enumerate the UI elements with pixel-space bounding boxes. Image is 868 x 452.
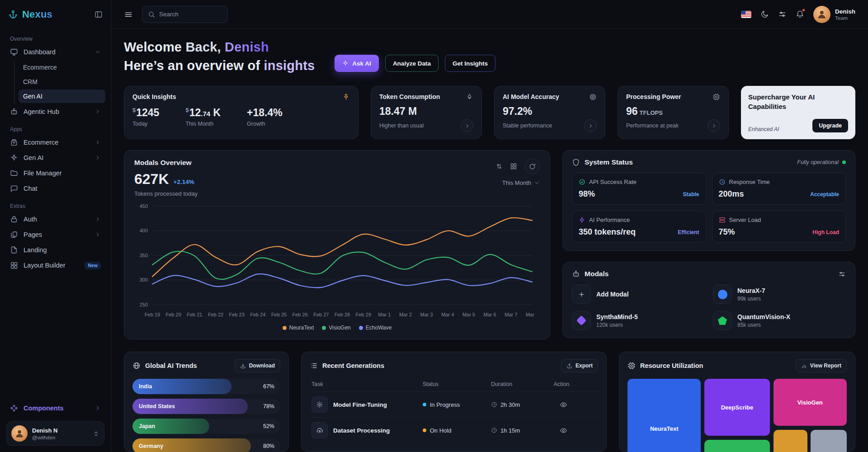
duration-text: 1h 15m	[500, 427, 520, 434]
topbar-user-menu[interactable]: Denish Team	[813, 6, 855, 23]
card-title: Resource Utilization	[640, 362, 703, 369]
user-handle: @withden	[32, 435, 57, 440]
sidebar-item-gen-ai[interactable]: Gen AI	[5, 150, 105, 165]
quick-insights-card: Quick Insights $1245 Today $12.74 K This…	[124, 86, 359, 139]
svg-text:450: 450	[140, 203, 148, 209]
ask-ai-button[interactable]: Ask AI	[335, 55, 379, 72]
power-detail-button[interactable]	[708, 119, 720, 132]
chevron-right-icon	[94, 139, 101, 146]
period-dropdown[interactable]: This Month	[502, 179, 540, 186]
treemap-tile	[774, 430, 807, 452]
notifications-button[interactable]	[796, 10, 804, 19]
sidebar-item-components[interactable]: Components	[5, 400, 105, 417]
sidebar-subitem-crm[interactable]: CRM	[19, 75, 105, 89]
subitem-label: Ecommerce	[23, 64, 57, 71]
sort-icon[interactable]	[495, 163, 503, 170]
svg-text:Mar 7: Mar 7	[505, 312, 517, 317]
add-modal-button[interactable]: Add Modal	[572, 285, 705, 304]
trend-list: India 67% United States 78% Japan 52%	[132, 379, 280, 452]
nexus-logo[interactable]: Nexus	[8, 9, 52, 20]
filter-sliders-icon[interactable]	[838, 270, 846, 278]
upgrade-button[interactable]: Upgrade	[812, 119, 848, 132]
view-eye-icon[interactable]	[560, 401, 567, 409]
language-flag-icon[interactable]	[741, 11, 751, 18]
pin-icon[interactable]	[342, 93, 350, 101]
search-box[interactable]	[142, 6, 228, 23]
search-input[interactable]	[159, 11, 222, 18]
column-action: Action	[553, 381, 596, 387]
refresh-button[interactable]	[524, 159, 540, 174]
chevron-right-icon	[711, 123, 717, 129]
sidebar-item-landing[interactable]: Landing	[5, 242, 105, 258]
legend-dot	[322, 326, 326, 330]
nav-section-extras: Extras	[10, 203, 101, 209]
greeting-name: Denish	[225, 40, 269, 54]
duration-text: 2h 30m	[500, 401, 520, 408]
token-detail-button[interactable]	[461, 119, 473, 132]
status-value: 350 tokens/req	[579, 227, 636, 237]
treemap-tile-visiogen: VisioGen	[774, 379, 847, 425]
sidebar-item-label: Agentic Hub	[24, 108, 59, 115]
chat-icon	[10, 184, 18, 193]
processing-power-card: Processing Power 96TFLOPS Performance at…	[618, 86, 729, 139]
brand-name: Nexus	[22, 9, 52, 20]
sparkle-icon	[10, 154, 18, 162]
sidebar-item-pages[interactable]: Pages	[5, 227, 105, 242]
sidebar-user-card[interactable]: Denish N @withden	[6, 421, 104, 446]
global-ai-trends-card: Global AI Trends Download India 67%	[124, 352, 289, 452]
sidebar-item-layout-builder[interactable]: Layout Builder New	[5, 258, 105, 273]
gear-icon	[311, 396, 328, 413]
grid-view-icon[interactable]	[510, 163, 517, 170]
status-text: In Progress	[430, 401, 460, 408]
sidebar-subitem-ecommerce[interactable]: Ecommerce	[19, 61, 105, 74]
sidebar-item-label: Chat	[24, 185, 38, 192]
analyze-data-button[interactable]: Analyze Data	[385, 55, 439, 72]
get-insights-button[interactable]: Get Insights	[445, 55, 495, 72]
view-report-button[interactable]: View Report	[796, 359, 847, 372]
sidebar-collapse-icon[interactable]	[94, 10, 103, 19]
sidebar-item-auth[interactable]: Auth	[5, 212, 105, 227]
greeting-word: Welcome	[124, 40, 182, 54]
stat-today: $1245 Today	[132, 107, 159, 127]
search-icon	[148, 11, 155, 18]
export-button[interactable]: Export	[561, 359, 598, 372]
svg-text:Mar 2: Mar 2	[399, 312, 412, 317]
status-text: On Hold	[430, 427, 452, 434]
subtitle-highlight: insights	[264, 58, 315, 73]
svg-text:350: 350	[140, 253, 148, 258]
column-duration: Duration	[491, 381, 554, 387]
status-label: Response Time	[729, 179, 770, 185]
sidebar-item-chat[interactable]: Chat	[5, 181, 105, 196]
chevron-right-icon	[94, 155, 101, 161]
sidebar-item-file-manager[interactable]: File Manager	[5, 165, 105, 181]
user-role: Team	[835, 15, 855, 21]
modal-item-quantumvision[interactable]: QuantumVision-X 85k users	[713, 311, 846, 330]
chevron-down-icon	[94, 49, 101, 55]
modal-item-synthamind[interactable]: SynthaMind-5 120k users	[572, 311, 705, 330]
dark-mode-icon[interactable]	[760, 10, 769, 19]
download-button[interactable]: Download	[235, 359, 280, 372]
sidebar-item-ecommerce[interactable]: Ecommerce	[5, 135, 105, 150]
svg-text:Mar 8: Mar 8	[526, 312, 536, 317]
chevron-right-icon	[464, 123, 470, 129]
settings-sliders-icon[interactable]	[778, 10, 787, 19]
tile-label: NeuraText	[650, 425, 679, 432]
accuracy-detail-button[interactable]	[584, 119, 597, 132]
sidebar-item-agentic-hub[interactable]: Agentic Hub	[5, 104, 105, 119]
middle-row: Modals Overview 627K +2.14% Tokens proce…	[124, 150, 855, 339]
view-eye-icon[interactable]	[560, 427, 567, 434]
sparkle-icon	[342, 60, 349, 66]
sidebar-item-dashboard[interactable]: Dashboard	[5, 44, 105, 60]
button-label: Analyze Data	[393, 60, 431, 67]
notification-dot	[802, 9, 805, 12]
chevron-right-icon	[588, 123, 594, 129]
resource-utilization-card: Resource Utilization View Report NeuraTe…	[619, 352, 855, 452]
sidebar-subitem-gen-ai[interactable]: Gen AI	[19, 89, 105, 103]
lock-icon	[10, 215, 18, 223]
modal-item-neurax[interactable]: NeuraX-7 99k users	[713, 285, 846, 304]
stat-growth: +18.4% Growth	[247, 107, 283, 127]
modal-users: 99k users	[737, 296, 765, 302]
menu-icon[interactable]	[124, 10, 133, 19]
synthamind-icon	[572, 311, 591, 330]
topbar-actions: Denish Team	[741, 6, 855, 23]
